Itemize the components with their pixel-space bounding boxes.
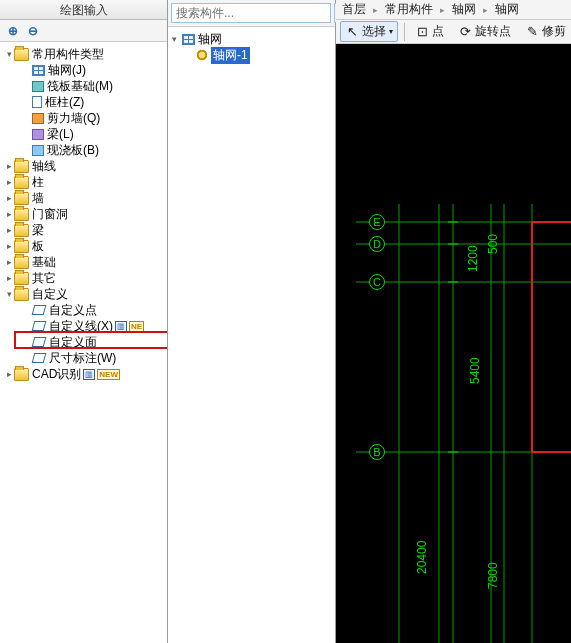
tree-label: 常用构件类型 <box>32 46 104 62</box>
tree-folder-opening[interactable]: ▸门窗洞 <box>2 206 165 222</box>
chevron-right-icon[interactable]: ▸ <box>4 254 14 270</box>
tree-label: 墙 <box>32 190 44 206</box>
dim-500: 500 <box>486 234 500 254</box>
middle-panel: 🔍 ▾ 轴网 轴网-1 <box>168 0 336 643</box>
tree-item-shearwall[interactable]: 剪力墙(Q) <box>2 110 165 126</box>
collapse-all-icon[interactable]: ⊖ <box>26 24 40 38</box>
axis-label-b: B <box>369 444 385 460</box>
tree-label: 基础 <box>32 254 56 270</box>
tree-item-custom-point[interactable]: 自定义点 <box>2 302 165 318</box>
component-tree[interactable]: ▾ 常用构件类型 轴网(J) 筏板基础(M) 框柱(Z) 剪力墙(Q) <box>0 42 167 643</box>
axis-label-e: E <box>369 214 385 230</box>
trim-button[interactable]: ✎ 修剪 <box>521 22 570 41</box>
tree-label: 现浇板(B) <box>47 142 99 158</box>
chevron-down-icon[interactable]: ▾ <box>4 286 14 302</box>
grid-icon <box>182 34 195 45</box>
tree-item-custom-area[interactable]: 自定义面 <box>2 334 165 350</box>
tree-folder-cad[interactable]: ▸ CAD识别 ▥ NEW <box>2 366 165 382</box>
tree-folder-slab[interactable]: ▸板 <box>2 238 165 254</box>
grid-svg <box>336 44 571 643</box>
chevron-right-icon[interactable]: ▸ <box>4 174 14 190</box>
tree-label: 自定义面 <box>49 334 97 350</box>
dropdown-icon: ▾ <box>389 27 393 36</box>
chevron-right-icon[interactable]: ▸ <box>4 206 14 222</box>
tree-item-custom-line[interactable]: 自定义线(X) ▥ NE <box>2 318 165 334</box>
instance-tree[interactable]: ▾ 轴网 轴网-1 <box>168 27 335 643</box>
instance-root[interactable]: ▾ 轴网 <box>172 31 331 47</box>
divider <box>404 23 405 41</box>
tree-item-column[interactable]: 框柱(Z) <box>2 94 165 110</box>
tree-label: 框柱(Z) <box>45 94 84 110</box>
tree-label-selected: 轴网-1 <box>211 47 250 64</box>
tree-root-common[interactable]: ▾ 常用构件类型 <box>2 46 165 62</box>
tree-label: 门窗洞 <box>32 206 68 222</box>
chevron-right-icon: ▸ <box>480 5 491 15</box>
dimension-icon <box>32 352 46 364</box>
tree-item-raft[interactable]: 筏板基础(M) <box>2 78 165 94</box>
folder-icon <box>14 288 29 301</box>
tree-label: 其它 <box>32 270 56 286</box>
left-toolbar: ⊕ ⊖ <box>0 20 167 42</box>
tree-label: CAD识别 <box>32 366 81 382</box>
tree-folder-custom[interactable]: ▾ 自定义 <box>2 286 165 302</box>
chevron-right-icon[interactable]: ▸ <box>4 158 14 174</box>
rotate-button[interactable]: ⟳ 旋转点 <box>454 22 515 41</box>
folder-icon <box>14 240 29 253</box>
custom-area-icon <box>32 336 46 348</box>
folder-icon <box>14 192 29 205</box>
crumb-type[interactable]: 轴网 <box>450 1 478 18</box>
search-input[interactable] <box>171 3 331 23</box>
custom-point-icon <box>32 304 46 316</box>
search-row: 🔍 <box>168 0 335 27</box>
chevron-right-icon[interactable]: ▸ <box>4 270 14 286</box>
chevron-right-icon[interactable]: ▸ <box>4 222 14 238</box>
rotate-icon: ⟳ <box>458 25 472 39</box>
tree-folder-column[interactable]: ▸柱 <box>2 174 165 190</box>
slab-icon <box>32 145 44 156</box>
tree-folder-beam[interactable]: ▸梁 <box>2 222 165 238</box>
chevron-right-icon: ▸ <box>370 5 381 15</box>
badge-icon: ▥ <box>115 321 127 332</box>
chevron-right-icon[interactable]: ▸ <box>4 366 14 382</box>
tree-folder-wall[interactable]: ▸墙 <box>2 190 165 206</box>
folder-icon <box>14 368 29 381</box>
drawing-canvas[interactable]: E D C B 1200 500 5400 20400 7800 <box>336 44 571 643</box>
chevron-down-icon[interactable]: ▾ <box>172 34 182 44</box>
canvas-toolbar: ↖ 选择 ▾ ⊡ 点 ⟳ 旋转点 ✎ 修剪 <box>336 20 571 44</box>
tree-label: 自定义 <box>32 286 68 302</box>
chevron-down-icon[interactable]: ▾ <box>4 46 14 62</box>
folder-icon <box>14 208 29 221</box>
breadcrumb: 首层 ▸ 常用构件 ▸ 轴网 ▸ 轴网 <box>336 0 571 20</box>
tree-item-axis-grid[interactable]: 轴网(J) <box>2 62 165 78</box>
point-button[interactable]: ⊡ 点 <box>411 22 448 41</box>
left-panel: 绘图输入 ⊕ ⊖ ▾ 常用构件类型 轴网(J) 筏板基础(M) 框柱(Z) <box>0 0 168 643</box>
instance-item[interactable]: 轴网-1 <box>172 47 331 63</box>
folder-icon <box>14 48 29 61</box>
tree-label: 柱 <box>32 174 44 190</box>
crumb-floor[interactable]: 首层 <box>340 1 368 18</box>
crumb-instance[interactable]: 轴网 <box>493 1 521 18</box>
expand-all-icon[interactable]: ⊕ <box>6 24 20 38</box>
dim-7800: 7800 <box>486 562 500 589</box>
tree-item-slab[interactable]: 现浇板(B) <box>2 142 165 158</box>
badge-icon: ▥ <box>83 369 95 380</box>
btn-label: 旋转点 <box>475 23 511 40</box>
tree-label: 筏板基础(M) <box>47 78 113 94</box>
chevron-right-icon[interactable]: ▸ <box>4 190 14 206</box>
tree-item-dimension[interactable]: 尺寸标注(W) <box>2 350 165 366</box>
tree-item-beam[interactable]: 梁(L) <box>2 126 165 142</box>
wall-icon <box>32 113 44 124</box>
btn-label: 点 <box>432 23 444 40</box>
crumb-category[interactable]: 常用构件 <box>383 1 435 18</box>
btn-label: 修剪 <box>542 23 566 40</box>
folder-icon <box>14 224 29 237</box>
point-icon: ⊡ <box>415 25 429 39</box>
tree-folder-axis[interactable]: ▸轴线 <box>2 158 165 174</box>
select-button[interactable]: ↖ 选择 ▾ <box>340 21 398 42</box>
tree-folder-other[interactable]: ▸其它 <box>2 270 165 286</box>
dim-5400: 5400 <box>468 357 482 384</box>
tree-label: 剪力墙(Q) <box>47 110 100 126</box>
tree-folder-foundation[interactable]: ▸基础 <box>2 254 165 270</box>
custom-line-icon <box>32 320 46 332</box>
chevron-right-icon[interactable]: ▸ <box>4 238 14 254</box>
